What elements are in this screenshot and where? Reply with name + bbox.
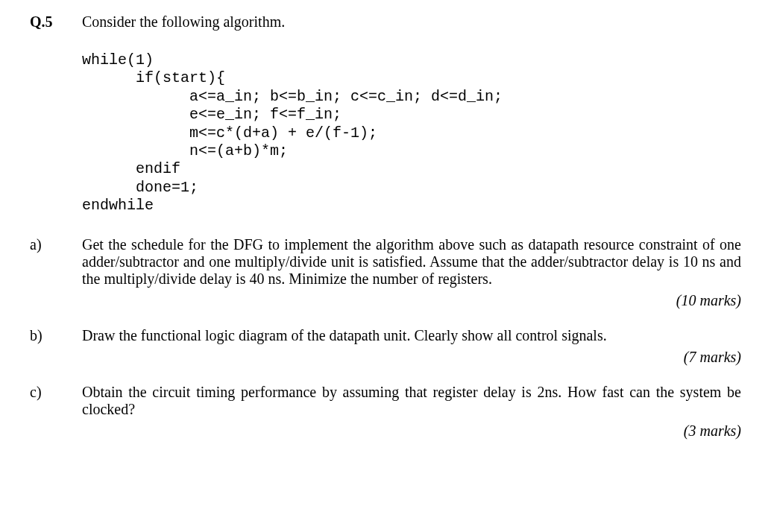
code-line: endwhile xyxy=(82,197,154,214)
part-b-label: b) xyxy=(30,327,82,344)
part-c-label: c) xyxy=(30,384,82,418)
question-prompt: Consider the following algorithm. xyxy=(82,13,741,31)
part-b-marks: (7 marks) xyxy=(82,349,741,366)
part-b-text: Draw the functional logic diagram of the… xyxy=(82,327,741,344)
code-line: if(start){ xyxy=(82,69,225,86)
part-a: a) Get the schedule for the DFG to imple… xyxy=(30,236,741,288)
part-c-text: Obtain the circuit timing performance by… xyxy=(82,384,741,418)
code-line: e<=e_in; f<=f_in; xyxy=(82,106,342,123)
part-b: b) Draw the functional logic diagram of … xyxy=(30,327,741,344)
code-line: while(1) xyxy=(82,51,154,69)
code-line: done=1; xyxy=(82,179,198,196)
part-c-marks: (3 marks) xyxy=(82,422,741,440)
code-line: n<=(a+b)*m; xyxy=(82,142,288,159)
code-line: a<=a_in; b<=b_in; c<=c_in; d<=d_in; xyxy=(82,88,503,105)
part-a-marks: (10 marks) xyxy=(82,292,741,309)
code-line: endif xyxy=(82,160,180,177)
question-header: Q.5 Consider the following algorithm. xyxy=(30,13,741,31)
algorithm-code: while(1) if(start){ a<=a_in; b<=b_in; c<… xyxy=(82,51,741,215)
question-number: Q.5 xyxy=(30,13,82,31)
part-a-text: Get the schedule for the DFG to implemen… xyxy=(82,236,741,288)
code-line: m<=c*(d+a) + e/(f-1); xyxy=(82,124,377,142)
part-a-label: a) xyxy=(30,236,82,288)
part-c: c) Obtain the circuit timing performance… xyxy=(30,384,741,418)
